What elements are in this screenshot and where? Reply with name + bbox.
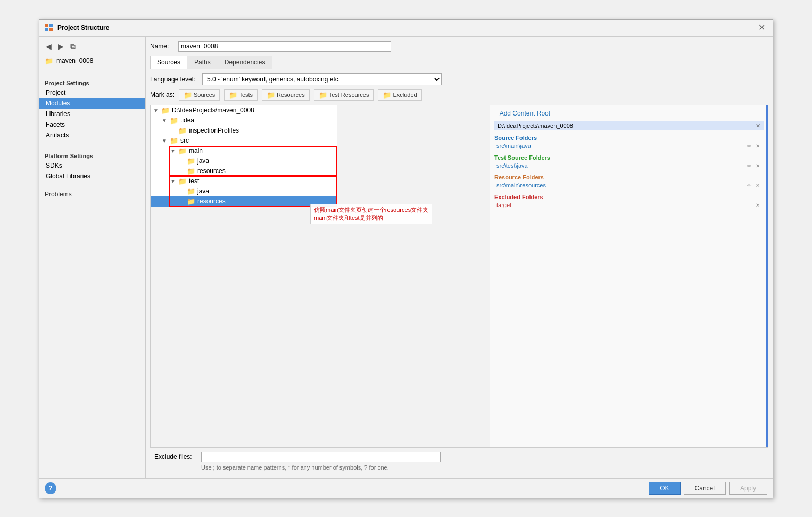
project-structure-dialog: Project Structure ✕ ◀ ▶ ⧉ 📁 maven_0008 P… — [39, 19, 773, 498]
tree-toggle — [178, 158, 185, 164]
tests-folder-icon: 📁 — [229, 91, 237, 99]
sidebar-item-libraries[interactable]: Libraries — [39, 109, 145, 119]
content-root-close[interactable]: ✕ — [756, 122, 760, 129]
svg-rect-2 — [45, 28, 48, 31]
sources-folder-icon: 📁 — [184, 91, 192, 99]
divider-1 — [39, 71, 145, 71]
mark-sources-label: Sources — [194, 92, 215, 98]
svg-rect-0 — [45, 24, 48, 27]
tree-toggle: ▼ — [161, 138, 168, 144]
tree-item-root[interactable]: ▼ 📁 D:\IdeaProjects\maven_0008 — [151, 105, 337, 116]
tree-toggle: ▼ — [170, 178, 176, 184]
source-path-edit[interactable]: ✏ — [745, 143, 753, 150]
test-path-actions: ✏ ✕ — [745, 162, 761, 169]
tree-item-main[interactable]: ▼ 📁 main — [151, 146, 337, 156]
content-root-path: D:\IdeaProjects\maven_0008 ✕ — [494, 121, 764, 130]
sidebar-item-label: Modules — [46, 100, 70, 107]
resource-path-actions: ✏ ✕ — [745, 182, 761, 189]
excluded-path-actions: ✕ — [754, 202, 761, 209]
tree-item-label: resources — [197, 198, 226, 205]
apply-button[interactable]: Apply — [729, 482, 767, 495]
module-item-maven[interactable]: 📁 maven_0008 — [39, 55, 145, 67]
mark-excluded-button[interactable]: 📁 Excluded — [378, 89, 421, 101]
language-level-row: Language level: 5.0 - 'enum' keyword, ge… — [150, 73, 768, 85]
resource-path-remove[interactable]: ✕ — [754, 182, 761, 189]
mark-test-resources-button[interactable]: 📁 Test Resources — [314, 89, 374, 101]
tree-item-label: src — [180, 137, 189, 144]
tree-item-inspection[interactable]: 📁 inspectionProfiles — [151, 126, 337, 136]
close-button[interactable]: ✕ — [756, 22, 767, 33]
mark-as-bar: Mark as: 📁 Sources 📁 Tests 📁 Resources 📁… — [150, 89, 768, 101]
mark-resources-button[interactable]: 📁 Resources — [262, 89, 310, 101]
source-path-remove[interactable]: ✕ — [754, 143, 761, 150]
dialog-body: ◀ ▶ ⧉ 📁 maven_0008 Project Settings Proj… — [39, 37, 773, 478]
add-content-root-button[interactable]: + Add Content Root — [494, 110, 764, 117]
resources-folder-icon: 📁 — [267, 91, 275, 99]
resources-folder-icon: 📁 — [187, 167, 195, 175]
tab-dependencies[interactable]: Dependencies — [218, 56, 272, 69]
resources-folder-icon: 📁 — [187, 198, 195, 206]
tree-item-test-resources[interactable]: 📁 resources — [151, 196, 337, 207]
sidebar-item-global-libraries[interactable]: Global Libraries — [39, 171, 145, 182]
exclude-files-input[interactable] — [201, 452, 441, 462]
bottom-bar: Exclude files: Use ; to separate name pa… — [150, 448, 768, 474]
tree-item-label: java — [197, 187, 209, 195]
tree-item-label: test — [189, 177, 199, 185]
back-button[interactable]: ◀ — [44, 41, 54, 52]
sidebar-item-label: Project — [46, 89, 65, 96]
module-folder-icon: 📁 — [45, 57, 53, 65]
cancel-button[interactable]: Cancel — [684, 482, 726, 495]
name-input[interactable] — [178, 41, 391, 52]
help-button[interactable]: ? — [45, 482, 56, 494]
mark-tests-button[interactable]: 📁 Tests — [224, 89, 258, 101]
sidebar-item-artifacts[interactable]: Artifacts — [39, 130, 145, 141]
content-area: ▼ 📁 D:\IdeaProjects\maven_0008 ▼ 📁 .idea — [150, 105, 768, 448]
folder-icon: 📁 — [161, 106, 170, 114]
source-path-row: src\main\java ✏ ✕ — [494, 142, 764, 150]
sidebar-item-facets[interactable]: Facets — [39, 119, 145, 130]
excluded-path-remove[interactable]: ✕ — [754, 202, 761, 209]
tree-toggle — [178, 168, 185, 174]
sidebar-item-label: SDKs — [46, 162, 62, 169]
tree-item-test-java[interactable]: 📁 java — [151, 186, 337, 196]
tab-sources[interactable]: Sources — [150, 56, 187, 69]
tree-item-src[interactable]: ▼ 📁 src — [151, 136, 337, 146]
test-path-remove[interactable]: ✕ — [754, 162, 761, 169]
mark-sources-button[interactable]: 📁 Sources — [179, 89, 220, 101]
tab-label: Dependencies — [225, 59, 266, 66]
mark-resources-label: Resources — [277, 92, 305, 98]
sidebar-item-project[interactable]: Project — [39, 87, 145, 98]
platform-settings-header: Platform Settings — [39, 150, 145, 160]
language-level-select[interactable]: 5.0 - 'enum' keyword, generics, autoboxi… — [202, 73, 442, 85]
exclude-label: Exclude files: — [154, 453, 197, 461]
tab-paths[interactable]: Paths — [187, 56, 218, 69]
main-area: Name: Sources Paths Dependencies Languag… — [146, 37, 773, 478]
copy-button[interactable]: ⧉ — [68, 41, 78, 52]
svg-rect-3 — [49, 28, 53, 31]
tree-item-test[interactable]: ▼ 📁 test — [151, 176, 337, 186]
test-path-row: src\test\java ✏ ✕ — [494, 162, 764, 170]
source-path: src\main\java — [496, 143, 531, 149]
tree-toggle — [170, 128, 176, 134]
sidebar-item-modules[interactable]: Modules — [39, 98, 145, 109]
info-panel: + Add Content Root D:\IdeaProjects\maven… — [490, 105, 768, 447]
sidebar-item-label: Facets — [46, 121, 65, 128]
tree-item-idea[interactable]: ▼ 📁 .idea — [151, 116, 337, 126]
sidebar-item-sdks[interactable]: SDKs — [39, 160, 145, 171]
test-path: src\test\java — [496, 162, 528, 169]
file-tree[interactable]: ▼ 📁 D:\IdeaProjects\maven_0008 ▼ 📁 .idea — [151, 105, 337, 207]
name-label: Name: — [150, 43, 174, 50]
forward-button[interactable]: ▶ — [56, 41, 66, 52]
project-settings-header: Project Settings — [39, 77, 145, 87]
tree-toggle: ▼ — [170, 148, 176, 154]
ok-button[interactable]: OK — [649, 482, 680, 495]
tree-item-label: main — [189, 147, 203, 154]
java-folder-icon: 📁 — [187, 157, 195, 165]
tree-item-main-java[interactable]: 📁 java — [151, 156, 337, 166]
tree-item-main-resources[interactable]: 📁 resources — [151, 166, 337, 176]
sidebar-item-problems[interactable]: Problems — [39, 188, 145, 200]
excluded-path-row: target ✕ — [494, 201, 764, 209]
resource-path-edit[interactable]: ✏ — [745, 182, 753, 189]
test-path-edit[interactable]: ✏ — [745, 162, 753, 169]
mark-excluded-label: Excluded — [393, 92, 417, 98]
